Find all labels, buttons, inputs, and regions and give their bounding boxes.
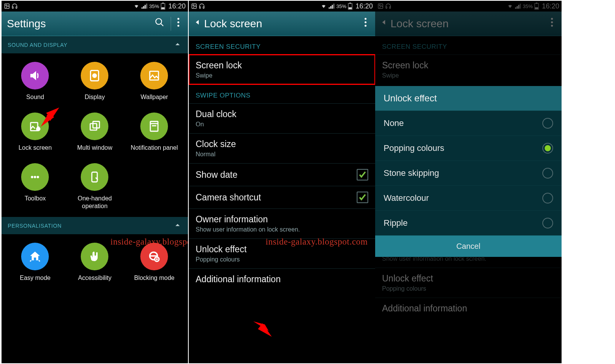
cancel-button[interactable]: Cancel: [375, 235, 562, 257]
notification-panel-button[interactable]: Notification panel: [125, 108, 184, 159]
row-title: Unlock effect: [196, 244, 368, 255]
radio-unchecked[interactable]: [542, 118, 553, 129]
header-lockscreen: Lock screen: [189, 12, 375, 36]
overflow-menu-button[interactable]: [361, 14, 370, 33]
row-title: Dual clock: [196, 109, 368, 119]
page-title: Settings: [7, 18, 151, 30]
one-handed-button[interactable]: One-handed operation: [65, 159, 125, 217]
icon-label: Notification panel: [131, 144, 178, 152]
icon-label: Display: [85, 93, 105, 101]
row-dual-clock[interactable]: Dual clock On: [189, 103, 375, 133]
svg-point-53: [551, 22, 553, 23]
svg-point-34: [193, 5, 194, 6]
icon-label: Toolbox: [25, 195, 46, 202]
row-subtitle: Normal: [196, 151, 368, 158]
icon-label: One-handed operation: [67, 195, 122, 210]
row-unlock-effect[interactable]: Unlock effect Popping colours: [189, 238, 375, 268]
option-stone-skipping[interactable]: Stone skipping: [375, 160, 562, 185]
headphones-icon: [12, 3, 18, 9]
svg-point-23: [31, 176, 33, 178]
row-camera-shortcut[interactable]: Camera shortcut: [189, 186, 375, 208]
row-subtitle: On: [196, 121, 368, 128]
pane-dialog: 35% 16:20 Lock screen SCREEN SECURITY Sc…: [375, 1, 562, 363]
svg-rect-48: [389, 7, 391, 8]
back-button[interactable]: [194, 17, 201, 30]
row-title: Unlock effect: [382, 273, 555, 284]
section-label: SCREEN SECURITY: [196, 43, 261, 51]
signal-icon: [141, 3, 148, 9]
radio-unchecked[interactable]: [542, 193, 553, 204]
overflow-menu-button[interactable]: [174, 14, 183, 33]
hand-icon: [81, 243, 108, 270]
option-popping-colours[interactable]: Popping colours: [375, 136, 562, 160]
row-screen-lock[interactable]: Screen lock Swipe: [189, 55, 375, 84]
section-personalisation[interactable]: PERSONALISATION: [2, 217, 188, 234]
accessibility-button[interactable]: Accessibility: [65, 238, 125, 289]
row-title: Show date: [196, 170, 357, 180]
row-owner-info[interactable]: Owner information Show user information …: [189, 208, 375, 238]
back-button: [381, 17, 387, 30]
sound-button[interactable]: Sound: [5, 57, 65, 108]
signal-icon: [329, 3, 335, 9]
svg-point-46: [379, 5, 381, 6]
row-clock-size[interactable]: Clock size Normal: [189, 133, 375, 163]
option-none[interactable]: None: [375, 111, 562, 136]
section-label: SOUND AND DISPLAY: [8, 42, 67, 48]
svg-point-40: [365, 18, 367, 20]
svg-rect-26: [92, 172, 97, 182]
svg-point-41: [365, 22, 367, 23]
battery-label: 35%: [336, 3, 346, 9]
checkbox-checked[interactable]: [357, 169, 368, 180]
status-bar: 35% 16:20: [189, 1, 375, 12]
row-additional-info[interactable]: Additional information: [189, 268, 375, 290]
lock-screen-button[interactable]: Lock screen: [5, 108, 65, 159]
svg-rect-2: [12, 7, 13, 8]
easy-mode-button[interactable]: Easy mode: [5, 238, 65, 289]
multi-window-button[interactable]: Multi window: [65, 108, 125, 159]
icon-label: Sound: [26, 93, 44, 101]
radio-unchecked[interactable]: [542, 218, 553, 228]
section-screen-security: SCREEN SECURITY: [375, 36, 562, 55]
section-label: PERSONALISATION: [8, 223, 62, 229]
wifi-icon: [133, 3, 140, 9]
svg-point-42: [365, 25, 367, 27]
option-label: Stone skipping: [384, 168, 542, 178]
search-button[interactable]: [151, 14, 168, 33]
svg-point-1: [6, 5, 7, 6]
svg-point-54: [551, 25, 553, 27]
toolbox-button[interactable]: Toolbox: [5, 159, 65, 217]
display-button[interactable]: Display: [65, 57, 125, 108]
clock-label: 16:20: [542, 2, 559, 10]
svg-point-7: [156, 18, 161, 24]
wifi-icon: [507, 3, 514, 9]
option-ripple[interactable]: Ripple: [375, 210, 562, 235]
lock-icon: [21, 113, 49, 140]
checkbox-checked[interactable]: [357, 192, 368, 203]
option-watercolour[interactable]: Watercolour: [375, 185, 562, 210]
row-title: Owner information: [196, 214, 368, 225]
icon-label: Easy mode: [20, 274, 50, 282]
svg-rect-39: [349, 7, 352, 9]
home-icon: [21, 243, 49, 270]
svg-point-24: [34, 176, 36, 178]
row-show-date[interactable]: Show date: [189, 163, 375, 186]
svg-rect-47: [386, 7, 387, 8]
section-sound-display[interactable]: SOUND AND DISPLAY: [2, 36, 188, 53]
radio-checked[interactable]: [542, 143, 553, 154]
row-unlock-effect-dim: Unlock effect Popping colours: [375, 268, 562, 298]
radio-unchecked[interactable]: [542, 168, 553, 179]
onehand-icon: [81, 163, 108, 191]
svg-line-8: [161, 23, 163, 26]
chevron-up-icon: [173, 40, 182, 50]
blocking-mode-button[interactable]: Blocking mode: [125, 238, 184, 289]
row-subtitle: Popping colours: [382, 285, 555, 292]
image-icon: [4, 3, 10, 9]
page-title: Lock screen: [391, 18, 548, 30]
wallpaper-button[interactable]: Wallpaper: [125, 57, 184, 108]
icon-grid-1: Sound Display Wallpaper Lock screen Mul: [2, 53, 188, 217]
row-title: Additional information: [382, 303, 555, 314]
icon-label: Multi window: [77, 144, 113, 152]
svg-rect-35: [199, 7, 201, 8]
icon-label: Wallpaper: [141, 93, 168, 101]
svg-point-13: [93, 74, 96, 78]
